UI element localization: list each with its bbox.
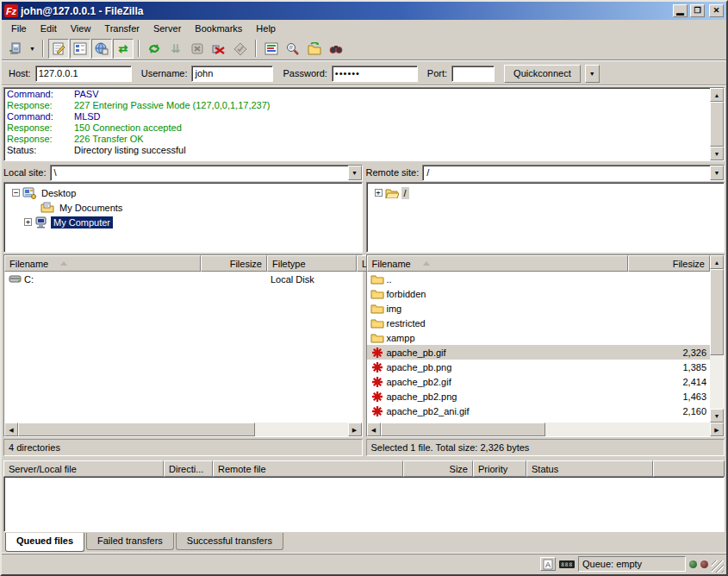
menu-view[interactable]: View xyxy=(64,22,98,35)
quickconnect-button[interactable]: Quickconnect xyxy=(504,65,581,83)
log-text: Directory listing successful xyxy=(74,145,186,156)
local-horizontal-scrollbar[interactable]: ◀ ▶ xyxy=(4,423,362,436)
file-row[interactable]: xampp xyxy=(367,330,711,345)
toggle-transfer-queue-button[interactable]: ⇄ xyxy=(113,39,134,59)
file-row[interactable]: restricted xyxy=(367,316,711,330)
menu-transfer[interactable]: Transfer xyxy=(97,22,146,35)
file-row[interactable]: forbidden xyxy=(367,286,711,301)
directory-comparison-icon xyxy=(286,42,300,54)
local-list-body[interactable]: C: Local Disk xyxy=(4,272,362,423)
image-file-icon xyxy=(370,347,384,359)
column-header-filesize[interactable]: Filesize xyxy=(628,255,710,272)
file-name: apache_pb.gif xyxy=(387,347,446,358)
process-queue-button[interactable]: ⇊ xyxy=(165,39,186,59)
synchronized-browsing-button[interactable] xyxy=(304,39,325,59)
local-file-list[interactable]: Filename Filesize Filetype L C: xyxy=(3,254,363,437)
menu-server[interactable]: Server xyxy=(146,22,188,35)
toggle-remote-tree-button[interactable] xyxy=(91,39,112,59)
column-header-filename[interactable]: Filename xyxy=(367,255,629,272)
chevron-down-icon[interactable]: ▼ xyxy=(710,166,724,180)
toggle-local-tree-button[interactable] xyxy=(70,39,90,59)
scroll-up-icon[interactable]: ▲ xyxy=(710,255,724,269)
remote-file-list[interactable]: Filename Filesize .. forbidden xyxy=(366,254,725,437)
data-type-indicator-icon[interactable]: A xyxy=(540,557,556,571)
menu-file[interactable]: File xyxy=(4,22,34,35)
remote-site-combobox[interactable]: / ▼ xyxy=(422,165,725,181)
column-header-filename[interactable]: Filename xyxy=(4,255,201,272)
local-directory-tree[interactable]: − Desktop My Documents + xyxy=(3,182,363,253)
minimize-button[interactable]: ▬ xyxy=(673,4,688,17)
expand-icon[interactable]: + xyxy=(375,189,383,197)
chevron-down-icon[interactable]: ▼ xyxy=(348,166,362,180)
remote-list-body[interactable]: .. forbidden img xyxy=(367,272,711,423)
refresh-button[interactable] xyxy=(144,39,165,59)
tree-item-my-computer[interactable]: + My Computer xyxy=(6,215,360,229)
file-row[interactable]: apache_pb2.gif 2,414 xyxy=(367,374,711,389)
tab-successful-transfers[interactable]: Successful transfers xyxy=(176,533,283,550)
maximize-button[interactable]: ❒ xyxy=(690,4,705,17)
menu-edit[interactable]: Edit xyxy=(34,22,64,35)
column-header-filetype[interactable]: Filetype xyxy=(267,255,357,272)
column-header-size[interactable]: Size xyxy=(403,460,473,477)
host-input[interactable] xyxy=(35,66,132,82)
menu-help[interactable]: Help xyxy=(249,22,283,35)
desktop-icon xyxy=(22,187,36,199)
directory-comparison-button[interactable] xyxy=(283,39,303,59)
username-input[interactable] xyxy=(191,66,273,82)
filter-button[interactable] xyxy=(261,39,282,59)
site-manager-button[interactable] xyxy=(5,39,26,59)
queue-list-body[interactable] xyxy=(3,477,725,532)
queue-status-box: Queue: empty xyxy=(578,556,686,572)
column-header-server-local-file[interactable]: Server/Local file xyxy=(3,460,164,477)
column-header-status[interactable]: Status xyxy=(526,460,653,477)
tree-item-root[interactable]: + / xyxy=(369,185,723,200)
file-row[interactable]: apache_pb2.png 1,463 xyxy=(367,389,711,404)
scroll-right-icon[interactable]: ▶ xyxy=(710,423,724,436)
column-header-remote-file[interactable]: Remote file xyxy=(213,460,403,477)
expand-icon[interactable]: + xyxy=(24,218,32,226)
file-row[interactable]: apache_pb.png 1,385 xyxy=(367,360,711,374)
file-row[interactable]: img xyxy=(367,301,711,316)
reconnect-button[interactable] xyxy=(230,39,251,59)
cancel-operation-button[interactable] xyxy=(187,39,208,59)
remote-horizontal-scrollbar[interactable]: ◀ ▶ xyxy=(367,423,725,436)
tree-item-desktop[interactable]: − Desktop xyxy=(6,185,360,200)
resize-grip[interactable] xyxy=(712,560,724,573)
scroll-down-icon[interactable]: ▼ xyxy=(710,409,724,423)
local-site-combobox[interactable]: \ ▼ xyxy=(50,165,363,181)
speed-limit-indicator-icon[interactable]: 888 xyxy=(559,560,575,568)
password-input[interactable] xyxy=(332,66,418,82)
port-input[interactable] xyxy=(451,66,495,82)
find-files-button[interactable] xyxy=(326,39,346,59)
column-header-priority[interactable]: Priority xyxy=(473,460,526,477)
scroll-down-icon[interactable]: ▼ xyxy=(710,147,724,160)
title-bar[interactable]: Fz john@127.0.0.1 - FileZilla ▬ ❒ ✕ xyxy=(2,2,726,20)
disconnect-button[interactable] xyxy=(208,39,229,59)
scroll-right-icon[interactable]: ▶ xyxy=(348,423,362,436)
quickconnect-dropdown[interactable]: ▼ xyxy=(585,65,600,83)
synchronized-browsing-icon xyxy=(308,42,321,54)
log-vertical-scrollbar[interactable]: ▲ ▼ xyxy=(710,88,724,160)
file-size: 2,414 xyxy=(628,377,710,387)
file-row-c-drive[interactable]: C: Local Disk xyxy=(4,272,362,286)
collapse-icon[interactable]: − xyxy=(12,189,20,197)
remote-vertical-scrollbar[interactable]: ▲ ▼ xyxy=(710,255,724,423)
toggle-message-log-button[interactable] xyxy=(48,39,69,59)
site-manager-dropdown[interactable]: ▼ xyxy=(27,39,38,59)
scroll-left-icon[interactable]: ◀ xyxy=(4,423,18,436)
scroll-left-icon[interactable]: ◀ xyxy=(367,423,381,436)
file-row[interactable]: .. xyxy=(367,272,711,286)
message-log[interactable]: Command:PASV Response:227 Entering Passi… xyxy=(3,87,725,161)
file-row[interactable]: apache_pb2_ani.gif 2,160 xyxy=(367,404,711,418)
tab-failed-transfers[interactable]: Failed transfers xyxy=(86,533,174,550)
menu-bookmarks[interactable]: Bookmarks xyxy=(188,22,249,35)
remote-directory-tree[interactable]: + / xyxy=(366,182,725,253)
column-header-direction[interactable]: Directi... xyxy=(164,460,213,477)
close-button[interactable]: ✕ xyxy=(709,4,724,17)
tab-queued-files[interactable]: Queued files xyxy=(5,533,84,552)
column-header-filesize[interactable]: Filesize xyxy=(201,255,267,272)
scroll-up-icon[interactable]: ▲ xyxy=(710,88,724,102)
tree-item-my-documents[interactable]: My Documents xyxy=(6,200,360,215)
file-row-selected[interactable]: apache_pb.gif 2,326 xyxy=(367,345,711,360)
file-name: img xyxy=(387,304,402,314)
